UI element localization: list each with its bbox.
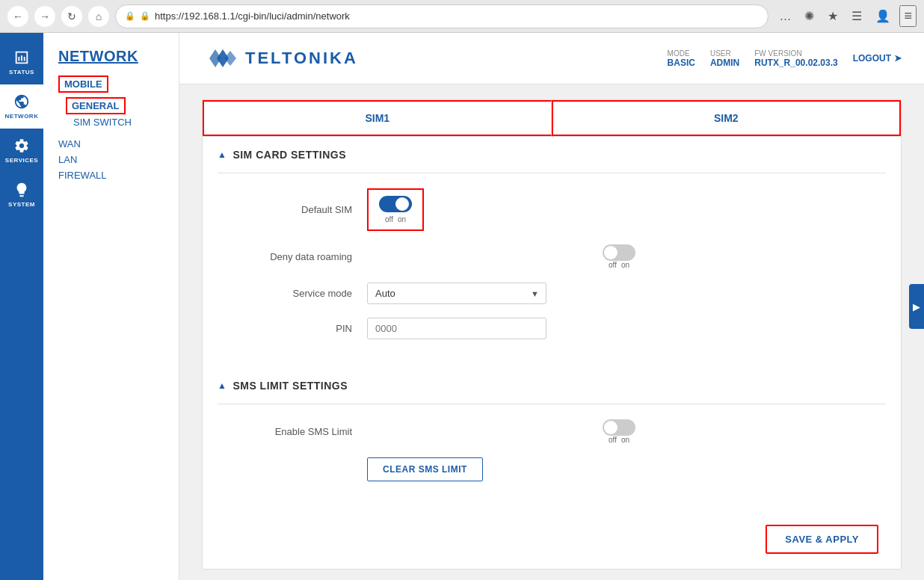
- security-icon: 🔒: [125, 11, 135, 21]
- user-value: ADMIN: [710, 58, 739, 68]
- deny-roaming-toggle[interactable]: [603, 244, 635, 261]
- enable-sms-limit-row: Enable SMS Limit off on: [232, 419, 871, 444]
- mode-value: BASIC: [668, 58, 695, 68]
- home-button[interactable]: ⌂: [88, 6, 109, 27]
- service-mode-control: Auto 4G only 3G only 2G only ▼: [367, 283, 871, 304]
- service-mode-label: Service mode: [232, 288, 352, 299]
- tab-bar: SIM1 SIM2: [203, 100, 901, 137]
- default-sim-toggle-container: off on: [367, 188, 424, 231]
- main-content: TELTONIKA MODE BASIC USER ADMIN FW VERSI…: [179, 33, 924, 580]
- reload-button[interactable]: ↻: [61, 6, 82, 27]
- sim-card-settings-header[interactable]: ▲ SIM CARD SETTINGS: [203, 137, 901, 173]
- sidebar-item-status[interactable]: STATUS: [0, 40, 43, 84]
- top-header-right: MODE BASIC USER ADMIN FW VERSION RUTX_R_…: [668, 49, 902, 68]
- sidebar-item-wan[interactable]: WAN: [58, 136, 179, 152]
- pin-row: PIN: [232, 318, 871, 339]
- url-text: https://192.168.1.1/cgi-bin/luci/admin/n…: [155, 10, 759, 22]
- fw-label: FW VERSION: [754, 49, 801, 58]
- sidebar-item-network[interactable]: NETWORK: [0, 84, 43, 129]
- sms-limit-settings-header[interactable]: ▲ SMS LIMIT SETTINGS: [203, 368, 901, 404]
- nav-sidebar: NETWORK MOBILE GENERAL SIM SWITCH WAN LA…: [43, 33, 179, 580]
- content-area: SIM1 SIM2 ▲ SIM CARD SETTINGS Default SI…: [179, 84, 924, 580]
- deny-roaming-control: off on: [367, 244, 871, 269]
- deny-roaming-row: Deny data roaming off on: [232, 244, 871, 269]
- fw-info: FW VERSION RUTX_R_00.02.03.3: [754, 49, 837, 68]
- pin-control: [367, 318, 871, 339]
- nav-group-mobile: MOBILE GENERAL SIM SWITCH: [58, 75, 179, 130]
- page-card: SIM1 SIM2 ▲ SIM CARD SETTINGS Default SI…: [202, 99, 902, 570]
- sidebar-item-sim-switch[interactable]: SIM SWITCH: [66, 114, 179, 130]
- clear-sms-row: CLEAR SMS LIMIT: [232, 457, 871, 481]
- nav-section-title[interactable]: NETWORK: [58, 48, 179, 65]
- menu-button[interactable]: ≡: [899, 5, 917, 27]
- back-button[interactable]: ←: [7, 6, 28, 27]
- status-label: STATUS: [9, 69, 34, 75]
- deny-roaming-labels: off on: [609, 261, 629, 269]
- network-icon: [13, 93, 30, 110]
- right-collapse-button[interactable]: ▶: [909, 284, 924, 329]
- sim-card-settings-title: SIM CARD SETTINGS: [232, 149, 346, 161]
- enable-sms-knob: [604, 421, 617, 434]
- sync-button[interactable]: 👤: [871, 7, 895, 25]
- lock-icon: 🔒: [140, 11, 150, 21]
- service-mode-select-wrapper: Auto 4G only 3G only 2G only ▼: [367, 283, 546, 304]
- app-wrapper: STATUS NETWORK SERVICES SYSTEM NETWORK M…: [0, 33, 924, 580]
- chevron-up-icon-2: ▲: [218, 380, 227, 391]
- sidebar-item-mobile[interactable]: MOBILE: [58, 75, 108, 93]
- enable-sms-labels: off on: [609, 436, 629, 444]
- top-header: TELTONIKA MODE BASIC USER ADMIN FW VERSI…: [179, 33, 924, 84]
- pin-input[interactable]: [367, 318, 546, 339]
- enable-sms-label: Enable SMS Limit: [232, 426, 352, 437]
- star-button[interactable]: ★: [823, 7, 843, 25]
- forward-button[interactable]: →: [34, 6, 55, 27]
- default-sim-toggle[interactable]: [379, 196, 412, 212]
- browser-actions: … ✺ ★ ☰ 👤 ≡: [774, 5, 917, 27]
- bookmark-button[interactable]: ✺: [800, 7, 819, 25]
- sidebar-item-services[interactable]: SERVICES: [0, 129, 43, 173]
- sim-card-form: Default SIM off on: [203, 173, 901, 368]
- default-sim-label: Default SIM: [232, 204, 352, 215]
- chevron-up-icon: ▲: [218, 149, 227, 160]
- enable-sms-toggle-wrap: off on: [367, 419, 871, 444]
- sms-limit-settings-title: SMS LIMIT SETTINGS: [232, 380, 348, 392]
- logout-button[interactable]: LOGOUT ➤: [853, 53, 902, 64]
- logo-area: TELTONIKA: [202, 45, 358, 72]
- teltonika-logo-text: TELTONIKA: [245, 49, 358, 68]
- save-apply-button[interactable]: SAVE & APPLY: [766, 525, 878, 554]
- sidebar-item-lan[interactable]: LAN: [58, 152, 179, 167]
- tab-sim1[interactable]: SIM1: [203, 100, 552, 136]
- collapse-icon: ▶: [913, 301, 920, 312]
- clear-sms-button[interactable]: CLEAR SMS LIMIT: [367, 457, 483, 481]
- enable-sms-toggle[interactable]: [603, 419, 635, 436]
- system-label: SYSTEM: [8, 201, 35, 208]
- extensions-button[interactable]: …: [774, 8, 795, 25]
- teltonika-logo-icon: [202, 45, 239, 72]
- mode-info: MODE BASIC: [668, 49, 695, 68]
- deny-roaming-label: Deny data roaming: [232, 251, 352, 262]
- sidebar-item-system[interactable]: SYSTEM: [0, 173, 43, 217]
- services-label: SERVICES: [5, 157, 38, 164]
- logout-icon: ➤: [894, 53, 902, 64]
- deny-roaming-knob: [604, 246, 617, 259]
- default-sim-toggle-labels: off on: [385, 215, 406, 223]
- default-sim-control: off on: [367, 188, 871, 231]
- shelf-button[interactable]: ☰: [847, 7, 866, 25]
- toggle-knob: [395, 197, 409, 211]
- enable-sms-control: off on: [367, 419, 871, 444]
- bottom-bar: SAVE & APPLY: [203, 510, 901, 569]
- service-mode-row: Service mode Auto 4G only 3G only 2G onl…: [232, 283, 871, 304]
- user-info: USER ADMIN: [710, 49, 739, 68]
- status-icon: [13, 49, 30, 66]
- tab-sim2[interactable]: SIM2: [552, 100, 902, 136]
- mode-label: MODE: [668, 49, 690, 58]
- user-label: USER: [710, 49, 731, 58]
- address-bar[interactable]: 🔒 🔒 https://192.168.1.1/cgi-bin/luci/adm…: [115, 4, 769, 28]
- default-sim-row: Default SIM off on: [232, 188, 871, 231]
- sms-limit-form: Enable SMS Limit off on: [203, 404, 901, 510]
- sidebar-item-firewall[interactable]: FIREWALL: [58, 167, 179, 183]
- svg-marker-2: [224, 51, 236, 66]
- sidebar-item-general[interactable]: GENERAL: [66, 97, 126, 114]
- service-mode-select[interactable]: Auto 4G only 3G only 2G only: [367, 283, 546, 304]
- network-label: NETWORK: [5, 113, 39, 120]
- fw-value: RUTX_R_00.02.03.3: [754, 58, 837, 68]
